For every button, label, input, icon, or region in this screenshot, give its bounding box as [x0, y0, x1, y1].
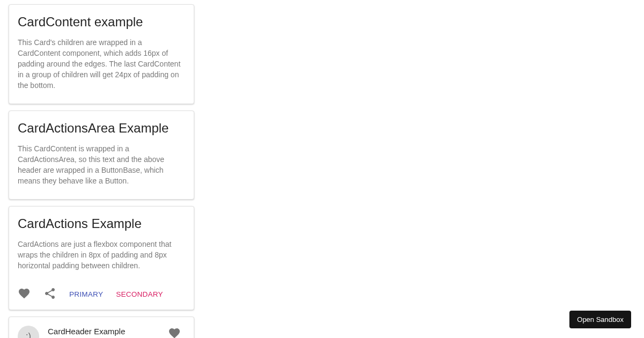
- card-cardactions-example: CardActions Example CardActions are just…: [9, 206, 194, 310]
- card-header-action: [164, 324, 185, 338]
- open-sandbox-button[interactable]: Open Sandbox: [569, 311, 631, 328]
- card-title: CardActionsArea Example: [18, 120, 185, 137]
- card-cardheader-example: :) CardHeader Example A flexbox with ava…: [9, 317, 194, 338]
- primary-button[interactable]: Primary: [65, 287, 107, 302]
- card-body: This CardContent is wrapped in a CardAct…: [18, 143, 185, 186]
- card-actions: Primary Secondary: [9, 280, 194, 310]
- avatar: :): [18, 326, 39, 338]
- card-content: CardActions Example CardActions are just…: [9, 207, 194, 280]
- card-cardactionsarea-example: CardActionsArea Example This CardContent…: [9, 111, 194, 200]
- card-title: CardActions Example: [18, 215, 185, 232]
- card-action-area[interactable]: CardActionsArea Example This CardContent…: [9, 111, 194, 199]
- card-header-text: CardHeader Example A flexbox with avatar…: [48, 326, 159, 338]
- card-title: CardContent example: [18, 13, 185, 31]
- share-button[interactable]: [39, 284, 61, 305]
- favorite-button[interactable]: [13, 284, 35, 305]
- share-icon: [43, 287, 56, 302]
- card-header: :) CardHeader Example A flexbox with ava…: [9, 317, 194, 338]
- heart-icon: [168, 327, 181, 338]
- card-body: This Card's children are wrapped in a Ca…: [18, 37, 185, 91]
- card-content: CardActionsArea Example This CardContent…: [9, 111, 194, 199]
- card-content: CardContent example This Card's children…: [9, 5, 194, 104]
- card-body: CardActions are just a flexbox component…: [18, 239, 185, 271]
- favorite-button[interactable]: [164, 324, 185, 338]
- secondary-button[interactable]: Secondary: [112, 287, 167, 302]
- card-header-title: CardHeader Example: [48, 326, 159, 337]
- card-cardcontent-example: CardContent example This Card's children…: [9, 4, 194, 104]
- heart-icon: [18, 287, 31, 302]
